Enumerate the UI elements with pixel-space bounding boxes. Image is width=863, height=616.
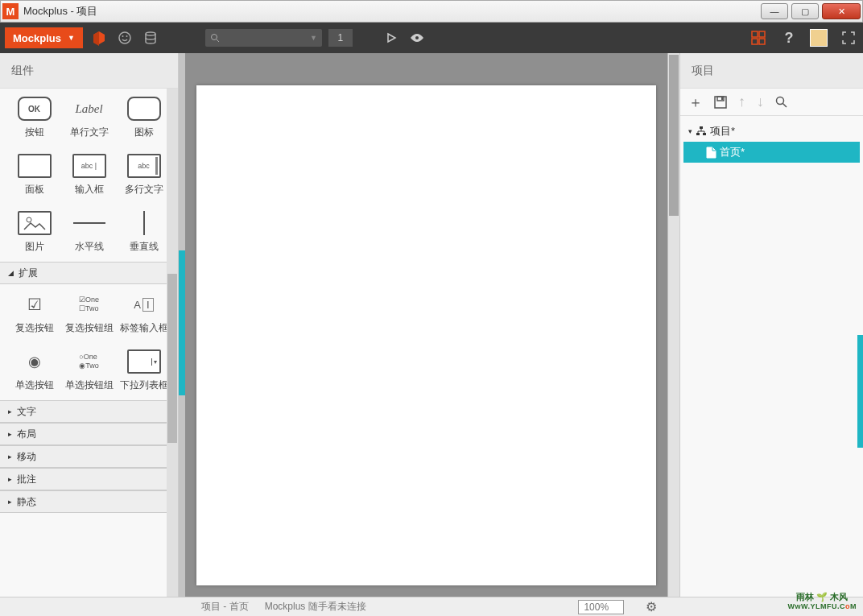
chevron-down-icon: ▼ xyxy=(310,34,317,42)
component-label: 输入框 xyxy=(75,183,104,196)
status-path: 项目 - 首页 xyxy=(201,600,249,614)
svg-point-1 xyxy=(122,35,123,37)
svg-rect-17 xyxy=(700,126,703,129)
database-icon[interactable] xyxy=(141,28,160,48)
component-单选按钮[interactable]: ◉单选按钮 xyxy=(9,349,60,392)
component-复选按钮[interactable]: ☑复选按钮 xyxy=(9,292,60,335)
add-icon[interactable]: ＋ xyxy=(688,93,703,112)
svg-point-4 xyxy=(211,35,217,40)
svg-point-0 xyxy=(119,32,130,43)
page-icon xyxy=(706,147,716,159)
svg-rect-19 xyxy=(703,133,706,135)
canvas-area[interactable] xyxy=(179,53,679,597)
window-title: Mockplus - 项目 xyxy=(23,4,761,19)
section-移动[interactable]: ▸移动 xyxy=(0,445,178,468)
component-复选按钮组[interactable]: ☑One☐Two复选按钮组 xyxy=(64,292,115,335)
chevron-right-icon: ▸ xyxy=(8,475,12,483)
component-单选按钮组[interactable]: ○One◉Two单选按钮组 xyxy=(64,349,115,392)
component-面板[interactable]: 面板 xyxy=(9,154,60,196)
component-label: 图标 xyxy=(134,126,154,139)
window-controls: — ▢ ✕ xyxy=(761,3,861,19)
tree-root[interactable]: ▾ 项目* xyxy=(683,121,860,142)
status-message: Mockplus 随手看未连接 xyxy=(265,600,366,614)
canvas-page[interactable] xyxy=(196,85,656,585)
play-icon[interactable] xyxy=(382,28,401,48)
svg-point-15 xyxy=(777,97,784,105)
brand-menu[interactable]: Mockplus ▼ xyxy=(5,27,83,48)
scrollbar-thumb[interactable] xyxy=(669,55,679,216)
chevron-right-icon: ▸ xyxy=(8,453,12,461)
component-图片[interactable]: 图片 xyxy=(9,211,60,254)
component-多行文字[interactable]: abc多行文字 xyxy=(118,154,170,196)
app-icon: M xyxy=(2,3,19,19)
section-label: 批注 xyxy=(17,473,36,486)
svg-point-6 xyxy=(415,36,419,39)
zoom-control[interactable]: 100% ▼ xyxy=(578,600,621,614)
arrow-up-icon[interactable]: ↑ xyxy=(738,93,745,110)
chevron-right-icon: ▸ xyxy=(8,430,12,438)
eye-icon[interactable] xyxy=(407,28,427,48)
project-tools: ＋ ↑ ↓ xyxy=(680,89,863,116)
component-label: 单行文字 xyxy=(70,126,109,139)
component-label: 面板 xyxy=(25,183,44,196)
grid-icon[interactable] xyxy=(749,28,768,48)
component-label: 多行文字 xyxy=(125,183,163,196)
component-输入框[interactable]: abc |输入框 xyxy=(64,154,115,196)
section-label: 移动 xyxy=(17,450,36,464)
project-sidebar: 项目 ＋ ↑ ↓ ▾ 项目* 首页* xyxy=(679,53,863,597)
svg-point-3 xyxy=(146,32,155,35)
chevron-right-icon: ▸ xyxy=(8,498,12,506)
svg-rect-10 xyxy=(759,39,765,44)
svg-rect-9 xyxy=(752,39,758,44)
section-批注[interactable]: ▸批注 xyxy=(0,468,178,490)
svg-rect-14 xyxy=(721,97,723,100)
search-icon[interactable] xyxy=(775,96,787,108)
smile-icon[interactable] xyxy=(115,28,134,48)
section-label: 扩展 xyxy=(19,267,38,280)
tree-page[interactable]: 首页* xyxy=(683,142,860,163)
status-bar: 项目 - 首页 Mockplus 随手看未连接 100% ▼ ⚙ xyxy=(0,597,863,616)
component-标签输入框[interactable]: AI标签输入框 xyxy=(118,292,170,335)
component-label: 按钮 xyxy=(25,126,44,139)
component-label: 标签输入框 xyxy=(120,321,168,335)
help-icon[interactable]: ? xyxy=(779,28,799,48)
user-avatar[interactable] xyxy=(810,29,828,47)
component-label: 复选按钮组 xyxy=(65,321,114,335)
component-按钮[interactable]: OK按钮 xyxy=(9,97,60,139)
canvas-scrollbar[interactable] xyxy=(667,53,679,597)
component-单行文字[interactable]: Label单行文字 xyxy=(64,97,115,139)
svg-line-5 xyxy=(217,39,219,42)
search-icon xyxy=(210,33,220,43)
arrow-down-icon[interactable]: ↓ xyxy=(757,93,764,110)
section-文字[interactable]: ▸文字 xyxy=(0,400,178,423)
close-button[interactable]: ✕ xyxy=(822,3,861,19)
svg-rect-8 xyxy=(759,31,765,37)
cube-icon[interactable] xyxy=(89,28,109,48)
tree-root-label: 项目* xyxy=(710,124,735,138)
chevron-down-icon: ▾ xyxy=(688,127,692,135)
components-scroll: OK按钮Label单行文字图标面板abc |输入框abc多行文字图片水平线垂直线… xyxy=(0,89,178,597)
svg-point-11 xyxy=(27,217,31,222)
component-垂直线[interactable]: 垂直线 xyxy=(118,211,170,254)
minimize-button[interactable]: — xyxy=(761,3,788,19)
svg-rect-7 xyxy=(752,31,758,37)
components-sidebar: 组件 OK按钮Label单行文字图标面板abc |输入框abc多行文字图片水平线… xyxy=(0,53,179,597)
zoom-value: 100% xyxy=(578,600,624,614)
maximize-button[interactable]: ▢ xyxy=(791,3,819,19)
section-静态[interactable]: ▸静态 xyxy=(0,490,178,513)
fullscreen-icon[interactable] xyxy=(839,28,858,48)
save-icon[interactable] xyxy=(714,96,727,109)
component-label: 复选按钮 xyxy=(15,321,54,335)
page-count[interactable]: 1 xyxy=(328,29,353,47)
search-input[interactable]: ▼ xyxy=(205,29,322,47)
component-下拉列表框[interactable]: ▾下拉列表框 xyxy=(118,349,170,392)
ruler-mark xyxy=(179,250,185,395)
main-toolbar: Mockplus ▼ ▼ 1 ? xyxy=(0,23,863,53)
section-布局[interactable]: ▸布局 xyxy=(0,423,178,445)
scrollbar-thumb[interactable] xyxy=(167,274,177,443)
component-图标[interactable]: 图标 xyxy=(118,97,170,139)
component-水平线[interactable]: 水平线 xyxy=(64,211,115,254)
svg-point-2 xyxy=(126,35,127,37)
section-extensions[interactable]: ◢扩展 xyxy=(0,262,178,284)
gear-icon[interactable]: ⚙ xyxy=(646,599,657,614)
